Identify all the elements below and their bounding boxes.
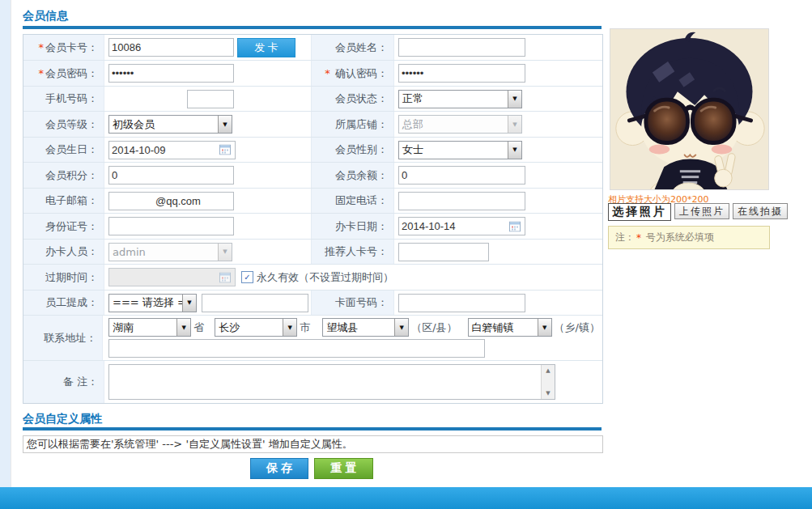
phone-input[interactable] bbox=[398, 192, 525, 210]
chevron-down-icon[interactable]: ▼ bbox=[176, 319, 190, 336]
card-no-input[interactable] bbox=[108, 38, 234, 57]
footer-bar bbox=[0, 487, 812, 509]
upload-photo-button[interactable]: 上传照片 bbox=[674, 203, 729, 219]
chevron-down-icon[interactable]: ▼ bbox=[218, 116, 232, 133]
issue-card-button[interactable]: 发 卡 bbox=[237, 38, 295, 57]
issue-date-label: 办卡日期： bbox=[312, 214, 394, 239]
email-label: 电子邮箱： bbox=[23, 189, 104, 213]
referrer-input[interactable] bbox=[398, 243, 489, 261]
password-input[interactable] bbox=[108, 64, 234, 83]
mobile-label: 手机号码： bbox=[23, 87, 104, 111]
commission-input[interactable] bbox=[202, 294, 308, 312]
province-select[interactable]: 湖南▼ bbox=[108, 318, 191, 337]
required-star: * bbox=[325, 67, 330, 79]
password-label: *会员密码： bbox=[23, 61, 104, 86]
chevron-down-icon[interactable]: ▼ bbox=[394, 319, 408, 336]
issue-date-input[interactable] bbox=[398, 217, 525, 235]
member-form-table: *会员卡号： 发 卡 会员姓名： *会员密码： * 确认密码： 手机号码： bbox=[23, 34, 603, 404]
town-select[interactable]: 白箬铺镇▼ bbox=[468, 318, 552, 337]
permanent-checkbox[interactable]: ✓ bbox=[241, 271, 253, 283]
member-name-input[interactable] bbox=[398, 38, 525, 57]
chevron-down-icon: ▼ bbox=[218, 244, 232, 261]
section-title-member-info: 会员信息 bbox=[23, 9, 68, 23]
birthday-label: 会员生日： bbox=[23, 138, 104, 162]
photo-buttons: 选择照片 上传照片 在线拍摄 bbox=[608, 203, 788, 221]
calendar-icon[interactable] bbox=[219, 145, 231, 155]
form-row-id-issuedate: 身份证号： 办卡日期： bbox=[23, 214, 602, 240]
check-icon: ✓ bbox=[244, 273, 250, 282]
remark-textarea[interactable] bbox=[109, 365, 541, 399]
form-row-expire: 过期时间： ✓ 永久有效（不设置过期时间） bbox=[23, 265, 602, 291]
avatar-illustration bbox=[610, 29, 768, 189]
member-photo bbox=[610, 28, 769, 190]
id-card-label: 身份证号： bbox=[23, 214, 104, 239]
scroll-up-icon[interactable]: ▲ bbox=[546, 367, 550, 374]
section-title-custom-attrs: 会员自定义属性 bbox=[23, 412, 102, 426]
address-detail-input[interactable] bbox=[108, 339, 485, 358]
status-select[interactable]: 正常▼ bbox=[398, 90, 522, 108]
form-row-password: *会员密码： * 确认密码： bbox=[23, 61, 602, 87]
confirm-password-input[interactable] bbox=[398, 64, 525, 83]
required-star: * bbox=[39, 41, 45, 53]
name-label: 会员姓名： bbox=[312, 35, 394, 60]
balance-label: 会员余额： bbox=[312, 163, 394, 188]
chevron-down-icon[interactable]: ▼ bbox=[182, 295, 196, 312]
commission-label: 员工提成： bbox=[23, 291, 104, 315]
district-select[interactable]: 望城县▼ bbox=[322, 318, 409, 337]
birthday-input[interactable] bbox=[108, 141, 236, 159]
gender-select[interactable]: 女士▼ bbox=[398, 141, 522, 159]
email-input[interactable] bbox=[108, 192, 234, 210]
balance-input[interactable] bbox=[398, 166, 525, 185]
gender-label: 会员性别： bbox=[312, 138, 394, 162]
remark-scrollbar[interactable]: ▲ ▼ bbox=[541, 365, 555, 399]
chevron-down-icon[interactable]: ▼ bbox=[538, 319, 551, 336]
chevron-down-icon[interactable]: ▼ bbox=[283, 319, 296, 336]
store-select: 总部▼ bbox=[398, 115, 522, 134]
member-info-page: 会员信息 *会员卡号： 发 卡 会员姓名： *会员密码： * 确认密码： bbox=[0, 0, 812, 509]
city-select[interactable]: 长沙▼ bbox=[215, 318, 297, 337]
expire-label: 过期时间： bbox=[23, 265, 104, 290]
remark-textarea-wrap: ▲ ▼ bbox=[108, 364, 555, 400]
scroll-down-icon[interactable]: ▼ bbox=[546, 390, 550, 397]
form-row-address: 联系地址： 湖南▼ 省 长沙▼ 市 望城县▼ （区/县） 白箬铺镇▼ （乡/镇） bbox=[23, 316, 602, 361]
choose-photo-button[interactable]: 选择照片 bbox=[608, 203, 671, 221]
form-row-level-store: 会员等级： 初级会员▼ 所属店铺： 总部▼ bbox=[23, 112, 602, 138]
webcam-photo-button[interactable]: 在线拍摄 bbox=[733, 203, 788, 219]
chevron-down-icon[interactable]: ▼ bbox=[508, 142, 521, 159]
store-label: 所属店铺： bbox=[312, 112, 394, 137]
town-suffix: （乡/镇） bbox=[555, 320, 600, 335]
form-row-birthday-gender: 会员生日： 会员性别： 女士▼ bbox=[23, 138, 602, 163]
referrer-label: 推荐人卡号： bbox=[312, 240, 394, 264]
city-suffix: 市 bbox=[300, 320, 310, 335]
card-no-label: *会员卡号： bbox=[23, 35, 104, 60]
left-margin-strip bbox=[0, 0, 11, 487]
status-label: 会员状态： bbox=[312, 87, 394, 111]
chevron-down-icon[interactable]: ▼ bbox=[508, 91, 521, 108]
form-row-operator-referrer: 办卡人员： admin▼ 推荐人卡号： bbox=[23, 240, 602, 265]
section-divider bbox=[23, 26, 602, 29]
province-suffix: 省 bbox=[193, 320, 204, 335]
required-star: * bbox=[39, 67, 45, 79]
form-row-commission-cardface: 员工提成： === 请选择 ===▼ 卡面号码： bbox=[23, 291, 602, 316]
id-card-input[interactable] bbox=[108, 217, 234, 235]
reset-button[interactable]: 重 置 bbox=[314, 458, 373, 479]
level-select[interactable]: 初级会员▼ bbox=[108, 115, 232, 134]
remark-label: 备 注： bbox=[23, 361, 104, 403]
calendar-icon[interactable] bbox=[509, 221, 521, 231]
operator-label: 办卡人员： bbox=[23, 240, 104, 264]
form-row-points-balance: 会员积分： 会员余额： bbox=[23, 163, 602, 189]
card-face-label: 卡面号码： bbox=[312, 291, 394, 315]
commission-select[interactable]: === 请选择 ===▼ bbox=[108, 294, 197, 312]
confirm-password-label: * 确认密码： bbox=[312, 61, 394, 86]
save-button[interactable]: 保 存 bbox=[250, 458, 308, 479]
chevron-down-icon: ▼ bbox=[508, 116, 521, 133]
points-input[interactable] bbox=[108, 166, 234, 185]
section-divider bbox=[23, 427, 602, 431]
district-suffix: （区/县） bbox=[411, 320, 457, 335]
card-face-input[interactable] bbox=[398, 294, 525, 312]
calendar-icon bbox=[219, 272, 231, 282]
form-row-email-phone: 电子邮箱： 固定电话： bbox=[23, 189, 602, 214]
level-label: 会员等级： bbox=[23, 112, 104, 137]
points-label: 会员积分： bbox=[23, 163, 104, 188]
mobile-input[interactable] bbox=[187, 90, 234, 108]
